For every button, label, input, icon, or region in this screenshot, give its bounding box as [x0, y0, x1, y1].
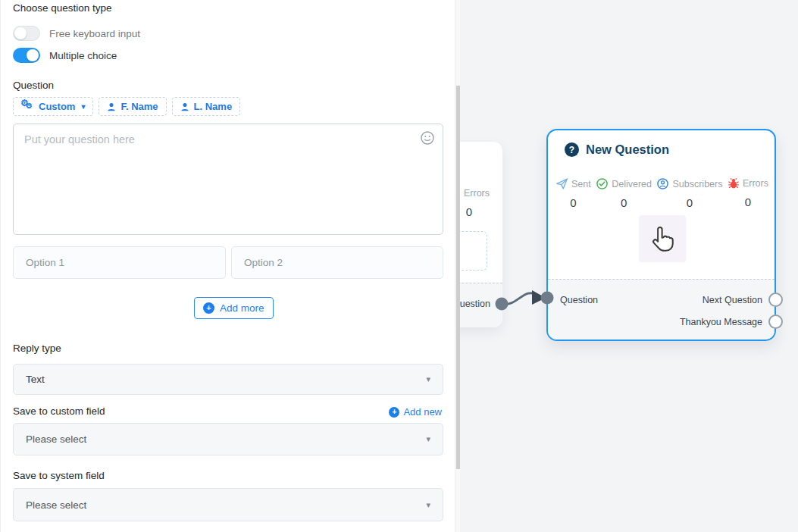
node-footer: Question Next Question Thankyou Message — [548, 279, 775, 340]
connection-wire — [502, 293, 538, 305]
output-port-label: Thankyou Message — [680, 317, 762, 327]
hand-pointer-icon — [648, 224, 677, 253]
new-question-node[interactable]: ? New Question Sent 0 — [546, 129, 776, 341]
output-port-label: Next Question — [460, 299, 490, 309]
reply-type-value: Text — [26, 374, 45, 385]
stat-label: Errors — [743, 178, 768, 189]
first-name-chip[interactable]: F. Name — [99, 97, 166, 116]
add-new-custom-field-link[interactable]: + Add new — [389, 406, 442, 418]
next-question-output-port[interactable] — [768, 293, 783, 307]
paper-plane-icon — [555, 177, 568, 190]
stat-value: 0 — [596, 196, 652, 209]
add-more-label: Add more — [220, 302, 264, 314]
subscribers-stat: Subscribers 0 — [656, 177, 722, 209]
option-2-input[interactable] — [231, 246, 443, 279]
question-text-box — [13, 124, 443, 235]
chip-label: F. Name — [120, 101, 158, 112]
bug-icon — [728, 177, 740, 189]
multiple-choice-label: Multiple choice — [49, 50, 117, 61]
stat-label: Errors — [464, 188, 490, 199]
stat-label: Delivered — [612, 179, 652, 189]
custom-field-dropdown-chip[interactable]: ⚙⚙ Custom ▾ — [13, 97, 93, 116]
multiple-choice-toggle[interactable] — [13, 48, 40, 63]
chip-label: L. Name — [194, 101, 233, 112]
add-more-option-button[interactable]: + Add more — [194, 297, 274, 319]
bug-icon — [460, 187, 461, 199]
stat-value: 0 — [728, 196, 768, 208]
stat-label: Subscribers — [672, 179, 722, 189]
option-1-input[interactable] — [13, 246, 226, 279]
add-new-label: Add new — [403, 406, 442, 418]
question-mark-icon: ? — [565, 142, 579, 157]
check-circle-icon — [596, 177, 609, 190]
stat-value: 0 — [460, 205, 496, 218]
node-header: ? New Question — [565, 142, 669, 157]
node-footer: Next Question — [460, 283, 502, 327]
delivered-stat: Delivered 0 — [596, 177, 652, 209]
plus-circle-icon: + — [389, 407, 399, 418]
toggle-knob — [14, 27, 27, 39]
dashed-placeholder-box — [460, 231, 487, 271]
user-circle-icon — [656, 177, 669, 190]
toggle-knob — [27, 49, 39, 61]
question-heading: Question — [13, 80, 54, 91]
emoji-picker-icon[interactable] — [420, 130, 435, 146]
plus-circle-icon: + — [203, 302, 214, 314]
merge-field-chips: ⚙⚙ Custom ▾ F. Name L. Name — [13, 97, 240, 116]
last-name-chip[interactable]: L. Name — [172, 97, 241, 116]
errors-stat: Errors 0 — [728, 177, 768, 209]
sent-stat: Sent 0 — [555, 177, 591, 209]
question-text-input[interactable] — [14, 124, 443, 234]
system-field-value: Please select — [26, 499, 86, 511]
reply-type-heading: Reply type — [13, 343, 61, 354]
choose-question-type-heading: Choose question type — [13, 2, 112, 14]
previous-question-node[interactable]: Errors 0 Next Question — [460, 142, 502, 327]
person-icon — [180, 102, 189, 111]
stat-label: Sent — [571, 179, 591, 189]
gears-icon: ⚙⚙ — [21, 101, 34, 112]
multiple-choice-row: Multiple choice — [13, 47, 117, 64]
free-keyboard-input-row: Free keyboard input — [13, 25, 140, 42]
chip-label: Custom — [39, 101, 75, 112]
save-custom-field-heading: Save to custom field — [13, 405, 105, 417]
flow-canvas[interactable]: Errors 0 Next Question ? New Question — [460, 0, 798, 532]
reply-type-select[interactable]: Text ▾ — [13, 364, 443, 395]
node-stats-row: Sent 0 Delivered 0 — [555, 177, 768, 209]
person-icon — [107, 102, 116, 111]
save-system-field-select[interactable]: Please select ▾ — [13, 488, 443, 521]
chevron-down-icon: ▾ — [426, 500, 430, 510]
free-keyboard-input-toggle[interactable] — [13, 26, 40, 41]
thankyou-message-output-port[interactable] — [768, 315, 783, 329]
free-keyboard-input-label: Free keyboard input — [49, 28, 140, 39]
question-editor-screen: Choose question type Free keyboard input… — [0, 0, 798, 532]
save-custom-field-select[interactable]: Please select ▾ — [13, 423, 443, 455]
input-port-label: Question — [560, 295, 598, 305]
chevron-down-icon: ▾ — [426, 374, 430, 384]
errors-stat: Errors 0 — [460, 187, 496, 218]
custom-field-value: Please select — [26, 433, 86, 445]
question-config-panel: Choose question type Free keyboard input… — [0, 0, 455, 532]
arrowhead-icon — [532, 290, 546, 305]
chevron-down-icon: ▾ — [426, 434, 430, 444]
node-title: New Question — [586, 142, 669, 157]
output-port-label: Next Question — [703, 295, 762, 305]
stat-value: 0 — [555, 196, 591, 209]
save-system-field-heading: Save to system field — [13, 470, 105, 481]
mouse-cursor-highlight — [639, 215, 686, 262]
stat-value: 0 — [656, 196, 722, 209]
chevron-down-icon: ▾ — [81, 102, 85, 111]
